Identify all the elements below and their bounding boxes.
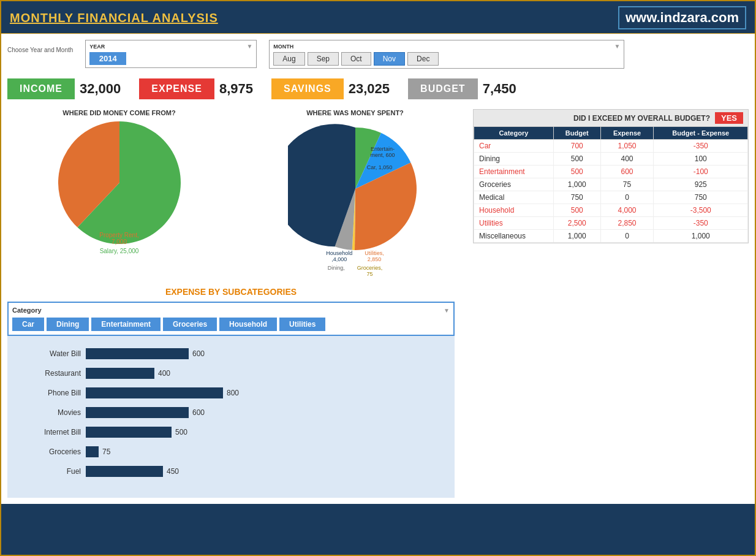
expense-summary: EXPENSE 8,975: [139, 78, 253, 99]
month-dec[interactable]: Dec: [407, 52, 439, 66]
expense-value: 8,975: [219, 81, 253, 97]
bar-item: Groceries 75: [26, 446, 436, 457]
income-summary: INCOME 32,000: [7, 78, 121, 99]
savings-value: 23,025: [349, 81, 390, 97]
bar-label: Water Bill: [26, 349, 81, 358]
bar-label: Phone Bill: [26, 389, 81, 397]
category-filter-label: Category: [12, 307, 42, 314]
left-charts: WHERE DID MONEY COME FROM? Property Ren: [7, 109, 467, 277]
bar-track: 600: [86, 407, 436, 418]
controls-row: Choose Year and Month YEAR ▼ MONTH ▼: [7, 40, 749, 69]
budget-summary: BUDGET 7,450: [408, 78, 516, 99]
month-sep[interactable]: Sep: [308, 52, 339, 66]
expense-pie-svg: [288, 121, 423, 256]
subcategory-header: Category ▼: [12, 307, 450, 314]
income-chart-title: WHERE DID MONEY COME FROM?: [7, 109, 231, 116]
year-box: YEAR ▼: [85, 40, 257, 68]
budget-question: DID I EXCEED MY OVERALL BUDGET?: [478, 114, 710, 123]
year-filter-icon[interactable]: ▼: [246, 43, 252, 50]
bar-track: 75: [86, 446, 436, 457]
year-input[interactable]: [89, 52, 126, 65]
budget-table-container: DID I EXCEED MY OVERALL BUDGET? YES Cate…: [473, 109, 749, 243]
cat-btn-car[interactable]: Car: [12, 318, 44, 331]
expense-label: EXPENSE: [139, 78, 214, 99]
yes-badge: YES: [715, 112, 743, 124]
bar-track: 800: [86, 387, 436, 398]
bar-value: 600: [192, 408, 205, 417]
expense-chart: WHERE WAS MONEY SPENT?: [243, 109, 467, 277]
header: MONTHLY FINANCIAL ANALYSIS www.indzara.c…: [1, 1, 755, 34]
main-content: Choose Year and Month YEAR ▼ MONTH ▼: [1, 34, 755, 504]
charts-budget-row: WHERE DID MONEY COME FROM? Property Ren: [7, 109, 749, 277]
category-buttons: CarDiningEntertainmentGroceriesHousehold…: [12, 318, 450, 331]
bar-label: Fuel: [26, 467, 81, 476]
bar-value: 400: [158, 369, 170, 378]
budget-table-header: Category Budget Expense Budget - Expense: [474, 127, 748, 140]
bar-item: Restaurant 400: [26, 368, 436, 379]
bar-fill: [86, 427, 172, 438]
budget-header-row: DID I EXCEED MY OVERALL BUDGET? YES: [474, 110, 748, 126]
bar-value: 800: [227, 389, 239, 397]
income-pie-svg: [58, 121, 181, 244]
budget-section: DID I EXCEED MY OVERALL BUDGET? YES Cate…: [473, 109, 749, 277]
cat-btn-groceries[interactable]: Groceries: [163, 318, 217, 331]
budget-row: Dining500400100: [474, 153, 748, 166]
col-budget: Budget: [553, 127, 600, 140]
bar-track: 600: [86, 348, 436, 359]
month-aug[interactable]: Aug: [273, 52, 304, 66]
expense-pie-wrapper: Entertain- ment, 600 Car, 1,050 Househol…: [243, 121, 467, 277]
cat-btn-household[interactable]: Household: [219, 318, 277, 331]
income-value: 32,000: [80, 81, 121, 97]
month-box-title: MONTH ▼: [273, 43, 620, 50]
col-category: Category: [474, 127, 554, 140]
bar-item: Movies 600: [26, 407, 436, 418]
summary-row: INCOME 32,000 EXPENSE 8,975 SAVINGS 23,0…: [7, 74, 749, 104]
bar-track: 500: [86, 427, 436, 438]
bar-fill: [86, 407, 189, 418]
year-control: YEAR ▼: [85, 40, 257, 68]
expense-subcategory-title: EXPENSE BY SUBCATEGORIES: [7, 287, 455, 297]
subcategory-area: EXPENSE BY SUBCATEGORIES Category ▼ CarD…: [7, 282, 455, 498]
bar-label: Movies: [26, 408, 81, 417]
bar-value: 600: [192, 349, 205, 358]
subcategory-section: Category ▼ CarDiningEntertainmentGroceri…: [7, 302, 455, 336]
cat-btn-entertainment[interactable]: Entertainment: [91, 318, 161, 331]
page-title: MONTHLY FINANCIAL ANALYSIS: [10, 11, 218, 25]
bar-value: 75: [102, 447, 110, 456]
bar-label: Groceries: [26, 447, 81, 456]
bar-track: 450: [86, 466, 436, 477]
month-filter-icon[interactable]: ▼: [614, 43, 620, 50]
income-pie-wrapper: Property Rent, 7,000 Salary, 25,000: [7, 121, 231, 254]
month-box: MONTH ▼ Aug Sep Oct Nov Dec: [269, 40, 624, 69]
budget-row: Medical7500750: [474, 191, 748, 204]
budget-table: Category Budget Expense Budget - Expense…: [474, 126, 748, 243]
budget-value: 7,450: [483, 81, 516, 97]
col-diff: Budget - Expense: [654, 127, 748, 140]
bar-fill: [86, 466, 163, 477]
cat-btn-utilities[interactable]: Utilities: [279, 318, 325, 331]
budget-row: Utilities2,5002,850-350: [474, 217, 748, 230]
month-buttons: Aug Sep Oct Nov Dec: [273, 52, 620, 66]
bar-item: Internet Bill 500: [26, 427, 436, 438]
month-oct[interactable]: Oct: [341, 52, 371, 66]
savings-summary: SAVINGS 23,025: [271, 78, 390, 99]
bar-label: Internet Bill: [26, 428, 81, 436]
bar-fill: [86, 348, 189, 359]
bar-item: Fuel 450: [26, 466, 436, 477]
budget-row: Household5004,000-3,500: [474, 204, 748, 217]
bar-chart-section: Water Bill 600 Restaurant 400 Phone Bill…: [7, 336, 455, 498]
budget-row: Miscellaneous1,00001,000: [474, 230, 748, 243]
bar-value: 450: [167, 467, 179, 476]
savings-label: SAVINGS: [271, 78, 344, 99]
expense-chart-title: WHERE WAS MONEY SPENT?: [243, 109, 467, 116]
budget-row: Entertainment500600-100: [474, 166, 748, 178]
income-label: INCOME: [7, 78, 75, 99]
subcategory-filter-icon[interactable]: ▼: [444, 307, 450, 314]
cat-btn-dining[interactable]: Dining: [47, 318, 89, 331]
bar-label: Restaurant: [26, 369, 81, 378]
year-box-title: YEAR ▼: [89, 43, 252, 50]
bar-fill: [86, 446, 99, 457]
charts-area: WHERE DID MONEY COME FROM? Property Ren: [7, 109, 467, 277]
month-nov[interactable]: Nov: [374, 52, 405, 66]
budget-row: Groceries1,00075925: [474, 178, 748, 191]
